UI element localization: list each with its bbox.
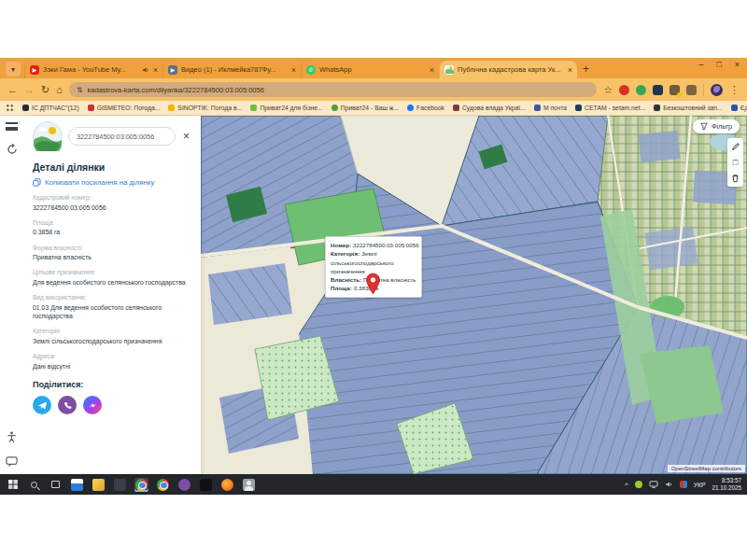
bookmark-star-icon[interactable]: ☆ [603, 85, 613, 95]
telegram-icon[interactable] [33, 396, 51, 414]
close-window-button[interactable]: × [735, 60, 740, 69]
home-button[interactable]: ⌂ [56, 85, 63, 95]
filter-button[interactable]: Фільтр [693, 119, 740, 133]
extensions-puzzle-icon[interactable] [669, 85, 680, 95]
bookmark-item[interactable]: Єдиний державн... [731, 105, 747, 111]
tab-close-icon[interactable]: × [568, 65, 572, 75]
tab-search-button[interactable]: ▾ [6, 62, 21, 77]
map-marker-icon[interactable] [365, 273, 381, 300]
chat-icon[interactable] [6, 455, 18, 468]
chrome-icon [135, 479, 148, 491]
refresh-icon[interactable] [6, 143, 19, 156]
kadastr-map-icon [444, 65, 454, 75]
tab-close-icon[interactable]: × [291, 65, 296, 75]
cadastral-map-canvas[interactable] [201, 116, 747, 474]
close-panel-icon[interactable]: × [181, 130, 191, 143]
app-obs[interactable] [199, 478, 213, 492]
map[interactable]: Номер:3222784500:03:005:0056 Категорія:З… [201, 116, 747, 474]
apps-grid-icon[interactable] [6, 104, 14, 112]
bookmark-favicon [331, 105, 338, 111]
browser-window: ▾ ▶ Зэки Гама - YouTube Му... × ▶ Видео … [0, 58, 747, 474]
site-logo[interactable] [33, 121, 63, 151]
bookmark-item[interactable]: СЕТАМ - setam.net... [575, 105, 645, 111]
popup-line: Категорія:Землі сільськогосподарського п… [331, 249, 416, 275]
bookmark-favicon [22, 105, 29, 111]
minimize-button[interactable]: – [698, 60, 703, 69]
maximize-button[interactable]: □ [716, 60, 721, 69]
tab-close-icon[interactable]: × [153, 65, 158, 75]
pinned-app-explorer[interactable] [92, 478, 106, 492]
tray-chevron-icon[interactable]: ^ [625, 481, 628, 489]
forward-button[interactable]: → [24, 85, 35, 95]
bookmark-item[interactable]: GISMETEO: Погода... [88, 105, 161, 111]
draw-polygon-icon[interactable]: □ [730, 157, 741, 168]
tab-cadastral-map[interactable]: Публічна кадастрова карта Ук... × [439, 61, 577, 78]
tab-video[interactable]: ▶ Видео (1) - Иклмейка787Фу... × [162, 61, 301, 78]
bookmark-item[interactable]: Безкоштовний зап... [654, 105, 722, 111]
language-indicator[interactable]: УКР [694, 482, 706, 488]
back-button[interactable]: ← [7, 85, 18, 95]
measure-pencil-icon[interactable] [730, 141, 741, 152]
search-icon [31, 482, 37, 488]
bookmark-favicon [250, 105, 257, 111]
taskbar-clock[interactable]: 8:53:57 21.10.2025 [712, 477, 741, 493]
tiger-icon [221, 479, 233, 491]
volume-tray-icon[interactable] [665, 481, 673, 488]
bookmark-favicon [168, 105, 175, 111]
field-category: Категорія: Землі сільськогосподарського … [33, 328, 191, 345]
bookmark-item[interactable]: Facebook [407, 105, 444, 111]
taskbar-search-button[interactable] [27, 478, 41, 492]
start-button[interactable] [6, 478, 20, 492]
accessibility-icon[interactable] [6, 431, 18, 443]
folder-icon [92, 479, 105, 491]
display-tray-icon[interactable] [649, 481, 658, 488]
pinned-app-dark[interactable] [113, 478, 127, 492]
app-chrome[interactable] [156, 478, 170, 492]
search-input[interactable]: 3222784500:03:005:0056 [68, 127, 176, 146]
bookmark-favicon [575, 105, 582, 111]
task-view-button[interactable] [49, 478, 63, 492]
viber-icon[interactable] [58, 396, 77, 414]
app-viber[interactable] [177, 478, 191, 492]
download-extension-icon[interactable] [686, 85, 697, 95]
bookmark-item[interactable]: Приват24 для бізне... [250, 105, 322, 111]
extension-icon[interactable] [653, 85, 663, 95]
profile-avatar[interactable] [711, 84, 723, 96]
bookmark-favicon [88, 105, 94, 111]
map-attribution[interactable]: OpenStreetMap contributors [668, 465, 745, 472]
antivirus-extension-icon[interactable] [636, 85, 646, 95]
delete-trash-icon[interactable] [730, 173, 741, 184]
pinned-app-calendar[interactable] [70, 478, 84, 492]
bookmark-item[interactable]: ІС ДПТЧАС"(12) [22, 105, 79, 111]
antivirus-tray-icon[interactable] [635, 481, 642, 488]
tab-youtube[interactable]: ▶ Зэки Гама - YouTube Му... × [24, 61, 162, 78]
browser-menu-icon[interactable]: ⋮ [729, 85, 740, 95]
tab-close-icon[interactable]: × [430, 65, 434, 75]
screen: ▾ ▶ Зэки Гама - YouTube Му... × ▶ Видео … [0, 0, 747, 560]
running-app-chrome[interactable] [134, 478, 148, 492]
address-bar[interactable]: ⇅ kadastrova-karta.com/dilyanka/32227845… [69, 82, 597, 97]
tab-strip: ▾ ▶ Зэки Гама - YouTube Му... × ▶ Видео … [0, 58, 747, 78]
bookmark-item[interactable]: SINOPTIK: Погода в... [168, 105, 242, 111]
whatsapp-icon: ✆ [306, 65, 316, 75]
copy-link-button[interactable]: Копіювати посилання на ділянку [33, 178, 191, 187]
field-area: Площа: 0.3858 га [33, 219, 191, 237]
bookmark-item[interactable]: М почта [534, 105, 567, 111]
new-tab-button[interactable]: + [583, 63, 589, 76]
adblock-extension-icon[interactable] [619, 85, 629, 95]
url-text: kadastrova-karta.com/dilyanka/3222784500… [88, 86, 264, 94]
bookmark-item[interactable]: Судова влада Украї... [453, 105, 526, 111]
messenger-icon[interactable] [83, 396, 102, 414]
tab-whatsapp[interactable]: ✆ WhatsApp × [301, 61, 439, 78]
reload-button[interactable]: ↻ [41, 85, 49, 95]
url-swap-icon: ⇅ [77, 86, 83, 94]
menu-hamburger-icon[interactable] [6, 122, 18, 131]
popup-line: Номер:3222784500:03:005:0056 [331, 241, 416, 249]
app-icon [114, 479, 126, 491]
bookmark-item[interactable]: Приват24 - Ваш ж... [331, 105, 399, 111]
bookmark-favicon [654, 105, 660, 111]
app-tray-icon[interactable] [680, 481, 687, 488]
app-contacts[interactable] [242, 478, 256, 492]
task-view-icon [51, 481, 60, 488]
app-game[interactable] [220, 478, 234, 492]
